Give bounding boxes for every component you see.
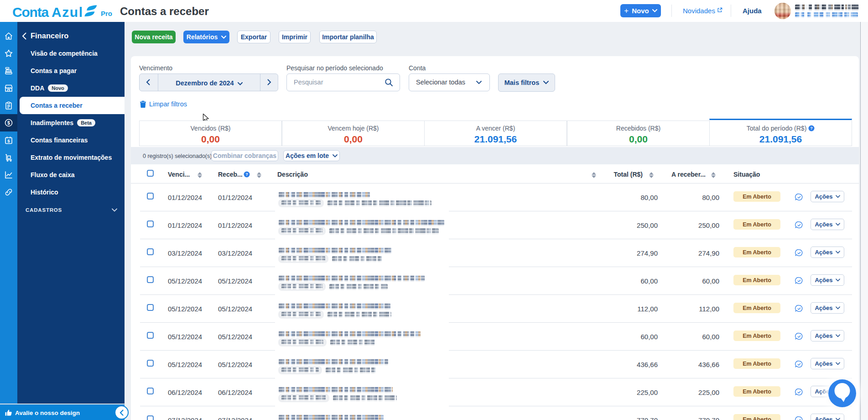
svg-text:$: $ — [7, 120, 10, 126]
svg-text:$: $ — [7, 138, 10, 143]
svg-text:?: ? — [810, 126, 813, 131]
svg-text:?: ? — [245, 172, 248, 177]
